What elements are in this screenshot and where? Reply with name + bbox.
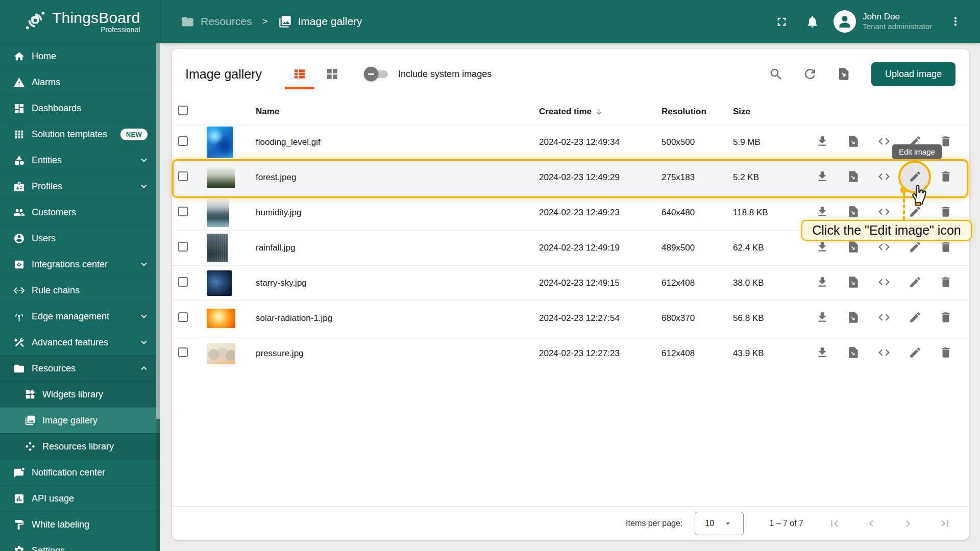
first-page-button[interactable] xyxy=(828,517,841,530)
sidebar-item-edge-management[interactable]: Edge management xyxy=(0,303,160,329)
download-button[interactable] xyxy=(814,169,831,186)
row-checkbox[interactable] xyxy=(178,347,188,357)
table-row[interactable]: pressure.jpg2024-02-23 12:27:23612x40843… xyxy=(172,336,969,371)
sidebar-item-white-labeling[interactable]: White labeling xyxy=(0,511,160,537)
import-image-button[interactable] xyxy=(830,61,857,87)
sidebar-item-solution-templates[interactable]: Solution templatesNEW xyxy=(0,121,160,147)
export-button[interactable] xyxy=(845,310,862,327)
export-button[interactable] xyxy=(845,169,862,186)
row-checkbox[interactable] xyxy=(178,171,188,181)
thingsboard-logo[interactable]: ThingsBoard Professional xyxy=(0,0,160,43)
sidebar-item-api-usage[interactable]: API usage xyxy=(0,485,160,511)
embed-button[interactable] xyxy=(875,345,893,362)
include-system-images-toggle[interactable] xyxy=(364,66,390,82)
sidebar-item-resources[interactable]: Resources xyxy=(0,355,160,381)
row-checkbox[interactable] xyxy=(178,277,188,287)
last-page-button[interactable] xyxy=(938,517,951,530)
sidebar-item-notification-center[interactable]: Notification center xyxy=(0,459,160,485)
breadcrumb-resources[interactable]: Resources xyxy=(181,15,252,29)
fullscreen-button[interactable] xyxy=(769,9,794,34)
edit-button[interactable] xyxy=(906,204,924,221)
column-name[interactable]: Name xyxy=(256,107,539,117)
download-button[interactable] xyxy=(814,134,831,151)
sidebar-item-image-gallery[interactable]: Image gallery xyxy=(0,407,160,433)
delete-button[interactable] xyxy=(937,204,954,221)
column-created-time[interactable]: Created time xyxy=(539,107,662,117)
delete-button[interactable] xyxy=(937,169,954,186)
download-button[interactable] xyxy=(814,345,831,362)
upload-image-button[interactable]: Upload image xyxy=(871,62,955,86)
page-title: Image gallery xyxy=(185,67,262,82)
edit-button[interactable] xyxy=(906,239,924,257)
table-row[interactable]: starry-sky.jpg2024-02-23 12:49:15612x408… xyxy=(172,265,969,300)
notifications-button[interactable] xyxy=(800,9,824,34)
embed-button[interactable] xyxy=(875,274,893,292)
column-size[interactable]: Size xyxy=(733,107,810,117)
sidebar-item-home[interactable]: Home xyxy=(0,43,160,69)
sidebar-item-users[interactable]: Users xyxy=(0,225,160,251)
sidebar-item-alarms[interactable]: Alarms xyxy=(0,69,160,95)
search-button[interactable] xyxy=(763,61,790,87)
row-checkbox[interactable] xyxy=(178,207,188,216)
export-button[interactable] xyxy=(845,345,862,362)
sidebar-item-entities[interactable]: Entities xyxy=(0,147,160,173)
delete-button[interactable] xyxy=(937,239,954,257)
sidebar-item-profiles[interactable]: Profiles xyxy=(0,173,160,199)
edit-button[interactable] xyxy=(906,345,924,362)
export-button[interactable] xyxy=(845,134,862,151)
select-all-checkbox[interactable] xyxy=(178,106,188,115)
warning-icon xyxy=(13,77,25,88)
delete-button[interactable] xyxy=(937,345,954,362)
sidebar-item-dashboards[interactable]: Dashboards xyxy=(0,95,160,121)
row-checkbox[interactable] xyxy=(178,136,188,146)
edit-button[interactable] xyxy=(906,274,924,292)
refresh-button[interactable] xyxy=(797,61,823,87)
breadcrumb: Resources > Image gallery xyxy=(160,15,362,29)
edit-button[interactable] xyxy=(906,310,924,327)
download-button[interactable] xyxy=(814,310,831,327)
avatar[interactable] xyxy=(834,10,856,33)
sidebar-scrollbar[interactable] xyxy=(156,43,160,551)
embed-button[interactable] xyxy=(875,134,893,151)
export-button[interactable] xyxy=(845,204,862,221)
tab-grid-view[interactable] xyxy=(316,58,349,90)
download-button[interactable] xyxy=(814,204,831,221)
delete-button[interactable] xyxy=(937,134,954,151)
gear-icon xyxy=(13,545,25,551)
sidebar-item-integrations-center[interactable]: Integrations center xyxy=(0,251,160,277)
table-row[interactable]: solar-radiation-1.jpg2024-02-23 12:27:54… xyxy=(172,300,969,336)
embed-button[interactable] xyxy=(875,310,893,327)
embed-button[interactable] xyxy=(875,239,893,257)
sidebar-item-customers[interactable]: Customers xyxy=(0,199,160,225)
delete-button[interactable] xyxy=(937,310,954,327)
row-checkbox[interactable] xyxy=(178,242,188,252)
edit-button[interactable] xyxy=(906,134,924,151)
table-row[interactable]: forest.jpeg2024-02-23 12:49:29275x1835.2… xyxy=(172,160,969,195)
tab-list-view[interactable] xyxy=(283,58,316,90)
table-row[interactable]: rainfall.jpg2024-02-23 12:49:19489x50062… xyxy=(172,230,969,265)
previous-page-button[interactable] xyxy=(865,517,878,530)
sidebar-item-resources-library[interactable]: Resources library xyxy=(0,433,160,459)
embed-button[interactable] xyxy=(875,204,893,221)
embed-button[interactable] xyxy=(875,169,893,186)
sidebar-item-widgets-library[interactable]: Widgets library xyxy=(0,381,160,407)
next-page-button[interactable] xyxy=(901,517,915,530)
sidebar-item-settings[interactable]: Settings xyxy=(0,537,160,551)
more-menu-button[interactable] xyxy=(943,9,968,34)
sidebar-item-rule-chains[interactable]: Rule chains xyxy=(0,277,160,303)
download-button[interactable] xyxy=(814,274,831,292)
row-checkbox[interactable] xyxy=(178,312,188,322)
table-row[interactable]: flooding_level.gif2024-02-23 12:49:34500… xyxy=(172,124,969,160)
table-row[interactable]: humidity.jpg2024-02-23 12:49:23640x48011… xyxy=(172,195,969,230)
user-menu[interactable]: John Doe Tenant administrator xyxy=(863,11,932,32)
download-button[interactable] xyxy=(814,239,831,257)
sidebar-scrollbar-thumb[interactable] xyxy=(156,43,160,419)
delete-button[interactable] xyxy=(937,274,954,292)
sidebar-item-advanced-features[interactable]: Advanced features xyxy=(0,329,160,355)
column-resolution[interactable]: Resolution xyxy=(662,107,733,117)
edit-button[interactable] xyxy=(906,169,924,186)
items-per-page-select[interactable]: 10 xyxy=(695,512,744,535)
export-button[interactable] xyxy=(845,274,862,292)
export-button[interactable] xyxy=(845,239,862,257)
gallery-icon xyxy=(24,415,36,426)
